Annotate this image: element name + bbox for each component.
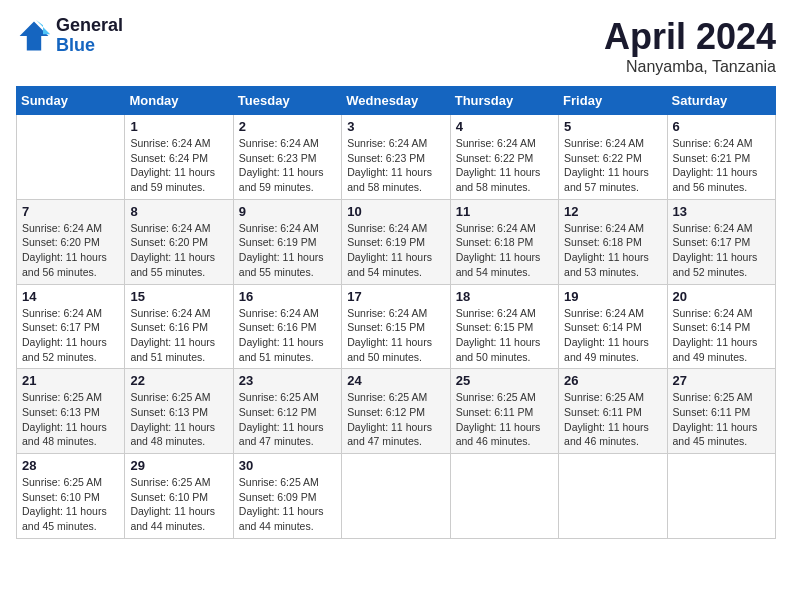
calendar-week-3: 14Sunrise: 6:24 AM Sunset: 6:17 PM Dayli… (17, 284, 776, 369)
title-block: April 2024 Nanyamba, Tanzania (604, 16, 776, 76)
day-number: 10 (347, 204, 444, 219)
day-info: Sunrise: 6:24 AM Sunset: 6:16 PM Dayligh… (130, 306, 227, 365)
day-number: 26 (564, 373, 661, 388)
calendar-cell: 24Sunrise: 6:25 AM Sunset: 6:12 PM Dayli… (342, 369, 450, 454)
logo-icon (16, 18, 52, 54)
day-info: Sunrise: 6:24 AM Sunset: 6:15 PM Dayligh… (347, 306, 444, 365)
day-number: 2 (239, 119, 336, 134)
weekday-header-tuesday: Tuesday (233, 87, 341, 115)
calendar-week-2: 7Sunrise: 6:24 AM Sunset: 6:20 PM Daylig… (17, 199, 776, 284)
calendar-cell: 14Sunrise: 6:24 AM Sunset: 6:17 PM Dayli… (17, 284, 125, 369)
day-info: Sunrise: 6:24 AM Sunset: 6:19 PM Dayligh… (347, 221, 444, 280)
calendar-cell: 3Sunrise: 6:24 AM Sunset: 6:23 PM Daylig… (342, 115, 450, 200)
day-number: 8 (130, 204, 227, 219)
day-info: Sunrise: 6:24 AM Sunset: 6:23 PM Dayligh… (347, 136, 444, 195)
calendar-cell: 13Sunrise: 6:24 AM Sunset: 6:17 PM Dayli… (667, 199, 775, 284)
day-info: Sunrise: 6:24 AM Sunset: 6:20 PM Dayligh… (130, 221, 227, 280)
day-number: 28 (22, 458, 119, 473)
calendar-cell: 5Sunrise: 6:24 AM Sunset: 6:22 PM Daylig… (559, 115, 667, 200)
calendar-cell: 7Sunrise: 6:24 AM Sunset: 6:20 PM Daylig… (17, 199, 125, 284)
day-info: Sunrise: 6:24 AM Sunset: 6:16 PM Dayligh… (239, 306, 336, 365)
calendar-cell: 15Sunrise: 6:24 AM Sunset: 6:16 PM Dayli… (125, 284, 233, 369)
weekday-header-row: SundayMondayTuesdayWednesdayThursdayFrid… (17, 87, 776, 115)
day-number: 6 (673, 119, 770, 134)
day-number: 30 (239, 458, 336, 473)
day-info: Sunrise: 6:24 AM Sunset: 6:23 PM Dayligh… (239, 136, 336, 195)
day-info: Sunrise: 6:24 AM Sunset: 6:17 PM Dayligh… (673, 221, 770, 280)
day-number: 17 (347, 289, 444, 304)
day-number: 7 (22, 204, 119, 219)
day-number: 20 (673, 289, 770, 304)
day-number: 16 (239, 289, 336, 304)
day-info: Sunrise: 6:24 AM Sunset: 6:19 PM Dayligh… (239, 221, 336, 280)
day-info: Sunrise: 6:24 AM Sunset: 6:24 PM Dayligh… (130, 136, 227, 195)
calendar-table: SundayMondayTuesdayWednesdayThursdayFrid… (16, 86, 776, 539)
day-info: Sunrise: 6:24 AM Sunset: 6:22 PM Dayligh… (456, 136, 553, 195)
day-info: Sunrise: 6:25 AM Sunset: 6:12 PM Dayligh… (239, 390, 336, 449)
day-number: 3 (347, 119, 444, 134)
day-info: Sunrise: 6:25 AM Sunset: 6:11 PM Dayligh… (673, 390, 770, 449)
calendar-cell: 8Sunrise: 6:24 AM Sunset: 6:20 PM Daylig… (125, 199, 233, 284)
day-info: Sunrise: 6:24 AM Sunset: 6:15 PM Dayligh… (456, 306, 553, 365)
calendar-cell: 18Sunrise: 6:24 AM Sunset: 6:15 PM Dayli… (450, 284, 558, 369)
calendar-cell: 6Sunrise: 6:24 AM Sunset: 6:21 PM Daylig… (667, 115, 775, 200)
day-info: Sunrise: 6:24 AM Sunset: 6:14 PM Dayligh… (564, 306, 661, 365)
calendar-week-5: 28Sunrise: 6:25 AM Sunset: 6:10 PM Dayli… (17, 454, 776, 539)
day-number: 25 (456, 373, 553, 388)
day-number: 29 (130, 458, 227, 473)
day-info: Sunrise: 6:25 AM Sunset: 6:12 PM Dayligh… (347, 390, 444, 449)
day-info: Sunrise: 6:25 AM Sunset: 6:11 PM Dayligh… (564, 390, 661, 449)
month-title: April 2024 (604, 16, 776, 58)
calendar-cell: 29Sunrise: 6:25 AM Sunset: 6:10 PM Dayli… (125, 454, 233, 539)
calendar-cell: 16Sunrise: 6:24 AM Sunset: 6:16 PM Dayli… (233, 284, 341, 369)
calendar-cell: 30Sunrise: 6:25 AM Sunset: 6:09 PM Dayli… (233, 454, 341, 539)
day-number: 11 (456, 204, 553, 219)
svg-marker-0 (20, 21, 49, 50)
calendar-cell: 19Sunrise: 6:24 AM Sunset: 6:14 PM Dayli… (559, 284, 667, 369)
day-info: Sunrise: 6:25 AM Sunset: 6:10 PM Dayligh… (130, 475, 227, 534)
day-number: 13 (673, 204, 770, 219)
calendar-cell: 17Sunrise: 6:24 AM Sunset: 6:15 PM Dayli… (342, 284, 450, 369)
calendar-cell: 1Sunrise: 6:24 AM Sunset: 6:24 PM Daylig… (125, 115, 233, 200)
calendar-cell (667, 454, 775, 539)
day-info: Sunrise: 6:24 AM Sunset: 6:17 PM Dayligh… (22, 306, 119, 365)
calendar-cell (450, 454, 558, 539)
calendar-cell (17, 115, 125, 200)
weekday-header-thursday: Thursday (450, 87, 558, 115)
day-info: Sunrise: 6:25 AM Sunset: 6:13 PM Dayligh… (22, 390, 119, 449)
weekday-header-wednesday: Wednesday (342, 87, 450, 115)
day-number: 12 (564, 204, 661, 219)
day-number: 15 (130, 289, 227, 304)
calendar-cell: 11Sunrise: 6:24 AM Sunset: 6:18 PM Dayli… (450, 199, 558, 284)
day-number: 22 (130, 373, 227, 388)
day-number: 27 (673, 373, 770, 388)
logo: General Blue (16, 16, 123, 56)
calendar-cell: 22Sunrise: 6:25 AM Sunset: 6:13 PM Dayli… (125, 369, 233, 454)
day-info: Sunrise: 6:24 AM Sunset: 6:14 PM Dayligh… (673, 306, 770, 365)
page-header: General Blue April 2024 Nanyamba, Tanzan… (16, 16, 776, 76)
calendar-cell: 26Sunrise: 6:25 AM Sunset: 6:11 PM Dayli… (559, 369, 667, 454)
weekday-header-friday: Friday (559, 87, 667, 115)
calendar-cell: 21Sunrise: 6:25 AM Sunset: 6:13 PM Dayli… (17, 369, 125, 454)
calendar-cell: 20Sunrise: 6:24 AM Sunset: 6:14 PM Dayli… (667, 284, 775, 369)
day-info: Sunrise: 6:24 AM Sunset: 6:22 PM Dayligh… (564, 136, 661, 195)
calendar-cell: 4Sunrise: 6:24 AM Sunset: 6:22 PM Daylig… (450, 115, 558, 200)
day-number: 23 (239, 373, 336, 388)
day-number: 24 (347, 373, 444, 388)
calendar-week-4: 21Sunrise: 6:25 AM Sunset: 6:13 PM Dayli… (17, 369, 776, 454)
calendar-cell: 25Sunrise: 6:25 AM Sunset: 6:11 PM Dayli… (450, 369, 558, 454)
calendar-cell: 23Sunrise: 6:25 AM Sunset: 6:12 PM Dayli… (233, 369, 341, 454)
calendar-cell: 10Sunrise: 6:24 AM Sunset: 6:19 PM Dayli… (342, 199, 450, 284)
day-number: 14 (22, 289, 119, 304)
calendar-cell (559, 454, 667, 539)
day-number: 18 (456, 289, 553, 304)
weekday-header-saturday: Saturday (667, 87, 775, 115)
weekday-header-monday: Monday (125, 87, 233, 115)
calendar-cell: 28Sunrise: 6:25 AM Sunset: 6:10 PM Dayli… (17, 454, 125, 539)
calendar-cell: 27Sunrise: 6:25 AM Sunset: 6:11 PM Dayli… (667, 369, 775, 454)
calendar-cell: 9Sunrise: 6:24 AM Sunset: 6:19 PM Daylig… (233, 199, 341, 284)
day-number: 9 (239, 204, 336, 219)
day-info: Sunrise: 6:25 AM Sunset: 6:10 PM Dayligh… (22, 475, 119, 534)
calendar-cell (342, 454, 450, 539)
calendar-week-1: 1Sunrise: 6:24 AM Sunset: 6:24 PM Daylig… (17, 115, 776, 200)
